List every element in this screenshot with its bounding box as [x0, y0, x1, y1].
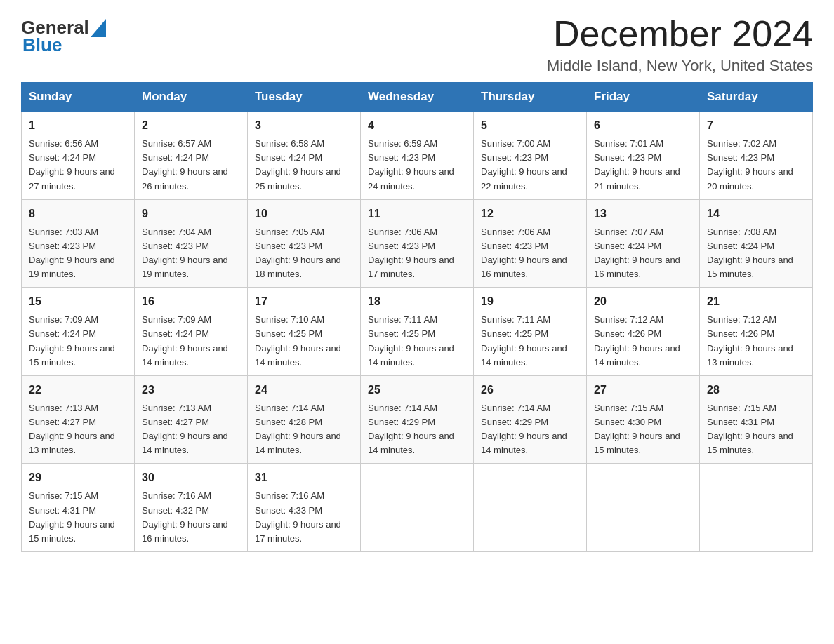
- header-sunday: Sunday: [22, 83, 135, 112]
- day-info: Sunrise: 7:15 AMSunset: 4:30 PMDaylight:…: [594, 403, 680, 455]
- day-number: 31: [255, 469, 353, 486]
- calendar-day-cell: 29 Sunrise: 7:15 AMSunset: 4:31 PMDaylig…: [22, 464, 135, 552]
- day-info: Sunrise: 7:01 AMSunset: 4:23 PMDaylight:…: [594, 138, 680, 191]
- day-number: 24: [255, 382, 353, 398]
- day-number: 23: [142, 382, 240, 398]
- day-info: Sunrise: 7:10 AMSunset: 4:25 PMDaylight:…: [255, 314, 341, 367]
- day-info: Sunrise: 7:16 AMSunset: 4:32 PMDaylight:…: [142, 490, 228, 543]
- calendar-day-cell: 3 Sunrise: 6:58 AMSunset: 4:24 PMDayligh…: [248, 112, 361, 200]
- day-info: Sunrise: 7:15 AMSunset: 4:31 PMDaylight:…: [29, 490, 115, 543]
- day-number: 26: [481, 382, 579, 398]
- day-info: Sunrise: 7:13 AMSunset: 4:27 PMDaylight:…: [142, 403, 228, 455]
- day-info: Sunrise: 7:13 AMSunset: 4:27 PMDaylight:…: [29, 403, 115, 455]
- month-title: December 2024: [547, 14, 813, 54]
- calendar-day-cell: 24 Sunrise: 7:14 AMSunset: 4:28 PMDaylig…: [248, 375, 361, 464]
- day-number: 18: [368, 293, 466, 310]
- day-number: 16: [142, 293, 240, 310]
- day-number: 3: [255, 117, 353, 134]
- day-number: 8: [29, 206, 127, 222]
- header-monday: Monday: [135, 83, 248, 112]
- day-number: 9: [142, 206, 240, 222]
- calendar-day-cell: 1 Sunrise: 6:56 AMSunset: 4:24 PMDayligh…: [22, 112, 135, 200]
- day-number: 15: [29, 293, 127, 310]
- calendar-day-cell: 4 Sunrise: 6:59 AMSunset: 4:23 PMDayligh…: [361, 112, 474, 200]
- day-info: Sunrise: 6:59 AMSunset: 4:23 PMDaylight:…: [368, 138, 454, 191]
- page-header: General Blue December 2024 Middle Island…: [21, 14, 813, 75]
- calendar-day-cell: 25 Sunrise: 7:14 AMSunset: 4:29 PMDaylig…: [361, 375, 474, 464]
- day-number: 19: [481, 293, 579, 310]
- day-info: Sunrise: 7:02 AMSunset: 4:23 PMDaylight:…: [707, 138, 793, 191]
- header-tuesday: Tuesday: [248, 83, 361, 112]
- header-saturday: Saturday: [700, 83, 813, 112]
- day-info: Sunrise: 7:15 AMSunset: 4:31 PMDaylight:…: [707, 403, 793, 455]
- calendar-day-cell: 8 Sunrise: 7:03 AMSunset: 4:23 PMDayligh…: [22, 199, 135, 288]
- calendar-day-cell: 28 Sunrise: 7:15 AMSunset: 4:31 PMDaylig…: [700, 375, 813, 464]
- day-info: Sunrise: 7:14 AMSunset: 4:29 PMDaylight:…: [481, 403, 567, 455]
- day-info: Sunrise: 7:11 AMSunset: 4:25 PMDaylight:…: [368, 314, 454, 367]
- day-info: Sunrise: 7:12 AMSunset: 4:26 PMDaylight:…: [594, 314, 680, 367]
- calendar-day-cell: 16 Sunrise: 7:09 AMSunset: 4:24 PMDaylig…: [135, 288, 248, 376]
- day-number: 1: [29, 117, 127, 134]
- week-row-1: 1 Sunrise: 6:56 AMSunset: 4:24 PMDayligh…: [22, 112, 813, 200]
- calendar-day-cell: 17 Sunrise: 7:10 AMSunset: 4:25 PMDaylig…: [248, 288, 361, 376]
- logo-triangle-icon: [91, 19, 106, 37]
- day-info: Sunrise: 7:06 AMSunset: 4:23 PMDaylight:…: [368, 227, 454, 279]
- day-info: Sunrise: 7:16 AMSunset: 4:33 PMDaylight:…: [255, 490, 341, 543]
- day-number: 17: [255, 293, 353, 310]
- day-info: Sunrise: 7:09 AMSunset: 4:24 PMDaylight:…: [142, 314, 228, 367]
- day-info: Sunrise: 6:58 AMSunset: 4:24 PMDaylight:…: [255, 138, 341, 191]
- weekday-header-row: Sunday Monday Tuesday Wednesday Thursday…: [22, 83, 813, 112]
- location-title: Middle Island, New York, United States: [547, 57, 813, 75]
- calendar-day-cell: [474, 464, 587, 552]
- calendar-day-cell: 14 Sunrise: 7:08 AMSunset: 4:24 PMDaylig…: [700, 199, 813, 288]
- calendar-day-cell: [700, 464, 813, 552]
- day-info: Sunrise: 7:07 AMSunset: 4:24 PMDaylight:…: [594, 227, 680, 279]
- week-row-4: 22 Sunrise: 7:13 AMSunset: 4:27 PMDaylig…: [22, 375, 813, 464]
- calendar-table: Sunday Monday Tuesday Wednesday Thursday…: [21, 82, 813, 552]
- week-row-3: 15 Sunrise: 7:09 AMSunset: 4:24 PMDaylig…: [22, 288, 813, 376]
- day-info: Sunrise: 7:08 AMSunset: 4:24 PMDaylight:…: [707, 227, 793, 279]
- day-info: Sunrise: 7:04 AMSunset: 4:23 PMDaylight:…: [142, 227, 228, 279]
- calendar-day-cell: 19 Sunrise: 7:11 AMSunset: 4:25 PMDaylig…: [474, 288, 587, 376]
- day-info: Sunrise: 7:11 AMSunset: 4:25 PMDaylight:…: [481, 314, 567, 367]
- day-info: Sunrise: 7:00 AMSunset: 4:23 PMDaylight:…: [481, 138, 567, 191]
- day-number: 5: [481, 117, 579, 134]
- day-info: Sunrise: 7:05 AMSunset: 4:23 PMDaylight:…: [255, 227, 341, 279]
- day-info: Sunrise: 7:09 AMSunset: 4:24 PMDaylight:…: [29, 314, 115, 367]
- day-number: 14: [707, 206, 805, 222]
- calendar-day-cell: 9 Sunrise: 7:04 AMSunset: 4:23 PMDayligh…: [135, 199, 248, 288]
- title-block: December 2024 Middle Island, New York, U…: [547, 14, 813, 75]
- day-number: 22: [29, 382, 127, 398]
- calendar-day-cell: 11 Sunrise: 7:06 AMSunset: 4:23 PMDaylig…: [361, 199, 474, 288]
- day-info: Sunrise: 7:06 AMSunset: 4:23 PMDaylight:…: [481, 227, 567, 279]
- logo-blue: Blue: [21, 34, 62, 56]
- day-number: 25: [368, 382, 466, 398]
- calendar-day-cell: [587, 464, 700, 552]
- header-wednesday: Wednesday: [361, 83, 474, 112]
- calendar-day-cell: 2 Sunrise: 6:57 AMSunset: 4:24 PMDayligh…: [135, 112, 248, 200]
- day-number: 4: [368, 117, 466, 134]
- calendar-day-cell: 27 Sunrise: 7:15 AMSunset: 4:30 PMDaylig…: [587, 375, 700, 464]
- calendar-day-cell: 7 Sunrise: 7:02 AMSunset: 4:23 PMDayligh…: [700, 112, 813, 200]
- day-number: 10: [255, 206, 353, 222]
- calendar-day-cell: 10 Sunrise: 7:05 AMSunset: 4:23 PMDaylig…: [248, 199, 361, 288]
- header-thursday: Thursday: [474, 83, 587, 112]
- day-number: 7: [707, 117, 805, 134]
- calendar-day-cell: 30 Sunrise: 7:16 AMSunset: 4:32 PMDaylig…: [135, 464, 248, 552]
- day-number: 12: [481, 206, 579, 222]
- calendar-day-cell: 12 Sunrise: 7:06 AMSunset: 4:23 PMDaylig…: [474, 199, 587, 288]
- day-number: 28: [707, 382, 805, 398]
- calendar-day-cell: 26 Sunrise: 7:14 AMSunset: 4:29 PMDaylig…: [474, 375, 587, 464]
- calendar-day-cell: 31 Sunrise: 7:16 AMSunset: 4:33 PMDaylig…: [248, 464, 361, 552]
- day-number: 29: [29, 469, 127, 486]
- week-row-5: 29 Sunrise: 7:15 AMSunset: 4:31 PMDaylig…: [22, 464, 813, 552]
- day-number: 2: [142, 117, 240, 134]
- calendar-day-cell: 13 Sunrise: 7:07 AMSunset: 4:24 PMDaylig…: [587, 199, 700, 288]
- calendar-day-cell: 5 Sunrise: 7:00 AMSunset: 4:23 PMDayligh…: [474, 112, 587, 200]
- calendar-day-cell: 18 Sunrise: 7:11 AMSunset: 4:25 PMDaylig…: [361, 288, 474, 376]
- calendar-day-cell: 6 Sunrise: 7:01 AMSunset: 4:23 PMDayligh…: [587, 112, 700, 200]
- calendar-day-cell: 23 Sunrise: 7:13 AMSunset: 4:27 PMDaylig…: [135, 375, 248, 464]
- day-number: 6: [594, 117, 692, 134]
- logo: General Blue: [21, 14, 106, 56]
- calendar-day-cell: 21 Sunrise: 7:12 AMSunset: 4:26 PMDaylig…: [700, 288, 813, 376]
